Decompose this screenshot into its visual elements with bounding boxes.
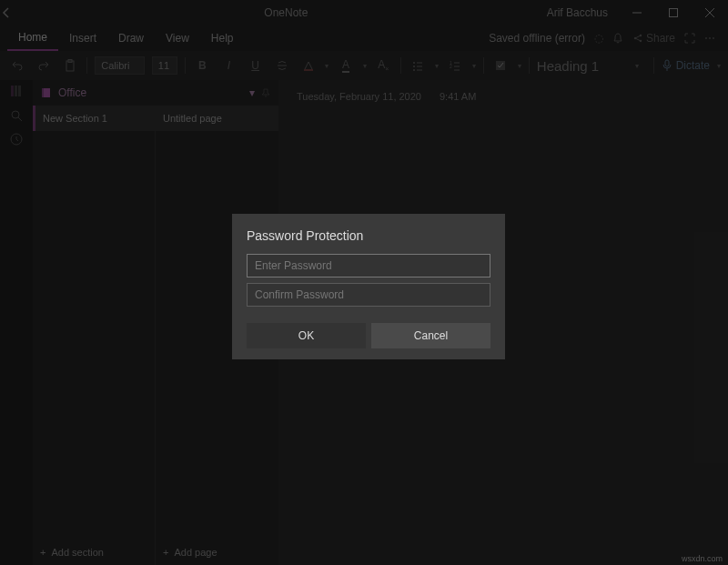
password-protection-dialog: Password Protection OK Cancel [232, 214, 505, 359]
cancel-button[interactable]: Cancel [371, 323, 490, 348]
dialog-title: Password Protection [247, 228, 490, 243]
ok-button[interactable]: OK [247, 323, 366, 348]
confirm-password-input[interactable] [247, 283, 490, 307]
watermark: wsxdn.com [682, 554, 723, 563]
password-input[interactable] [247, 254, 490, 277]
